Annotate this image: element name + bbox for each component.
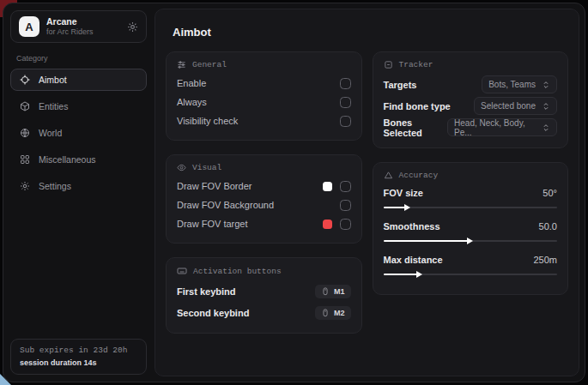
always-checkbox[interactable]: [340, 97, 351, 108]
setting-label: Bones Selected: [384, 117, 448, 138]
slider-fill: [384, 274, 421, 275]
unfold-icon: [542, 123, 550, 132]
mouse-icon: [321, 309, 330, 317]
globe-icon: [20, 128, 31, 138]
setting-label: Targets: [384, 80, 417, 90]
gear-icon: [20, 181, 31, 191]
setting-label: Draw FOV target: [177, 219, 248, 229]
left-column: General Enable Always Visibility check: [166, 51, 362, 347]
slider-thumb[interactable]: [404, 204, 410, 211]
max-distance-slider[interactable]: [384, 270, 558, 279]
setting-row-always: Always: [177, 93, 351, 111]
smoothness-group: Smoothness 50.0: [384, 218, 558, 245]
sub-expires-text: Sub expires in 23d 20h: [20, 346, 137, 355]
setting-label: Visibility check: [177, 116, 238, 126]
app-window: A Arcane for Arc Riders Category: [3, 3, 585, 382]
unfold-icon: [542, 102, 550, 111]
dropdown-value: Head, Neck, Body, Pe...: [454, 118, 536, 137]
setting-label: Max distance: [384, 255, 443, 265]
card-title: General: [192, 60, 227, 69]
setting-row-enable: Enable: [177, 74, 351, 93]
first-keybind-button[interactable]: M1: [315, 285, 351, 298]
setting-label: Enable: [177, 78, 206, 88]
sidebar-item-entities[interactable]: Entities: [10, 95, 147, 117]
smoothness-value: 50.0: [539, 221, 557, 232]
setting-label: Draw FOV Background: [177, 200, 274, 210]
fov-size-slider[interactable]: [384, 203, 558, 212]
mouse-icon: [321, 287, 330, 296]
card-title: Tracker: [399, 60, 433, 69]
slider-thumb[interactable]: [467, 238, 473, 244]
find-bone-type-dropdown[interactable]: Selected bone: [474, 97, 557, 115]
setting-label: Always: [177, 97, 207, 107]
card-title: Accuracy: [399, 171, 439, 180]
card-title: Visual: [192, 163, 221, 172]
settings-gear-icon[interactable]: [127, 21, 138, 33]
sidebar-item-world[interactable]: World: [10, 122, 147, 144]
brand-text: Arcane for Arc Riders: [46, 16, 94, 37]
setting-label: Find bone type: [384, 101, 451, 111]
triangle-icon: [384, 171, 393, 180]
dropdown-value: Bots, Teams: [488, 80, 536, 89]
accuracy-card: Accuracy FOV size 50°: [373, 162, 569, 295]
max-distance-value: 250m: [533, 255, 557, 265]
setting-row-fov-border: Draw FOV Border: [177, 177, 351, 196]
screen: A Arcane for Arc Riders Category: [0, 0, 588, 385]
slider-thumb[interactable]: [416, 271, 422, 278]
app-name: Arcane: [46, 16, 94, 27]
tracker-card: Tracker Targets Bots, Teams: [373, 51, 569, 148]
sidebar-item-label: Miscellaneous: [39, 154, 96, 165]
fov-size-value: 50°: [543, 188, 557, 198]
bones-selected-dropdown[interactable]: Head, Neck, Body, Pe...: [447, 118, 557, 136]
sidebar-item-label: World: [39, 128, 62, 138]
setting-row-bones-selected: Bones Selected Head, Neck, Body, Pe...: [384, 117, 558, 138]
fov-target-color-swatch[interactable]: [323, 220, 332, 229]
setting-label: Smoothness: [384, 221, 440, 232]
app-subtitle: for Arc Riders: [46, 27, 94, 37]
setting-row-second-keybind: Second keybind M2: [177, 302, 351, 323]
main-panel: Aimbot General: [155, 9, 579, 376]
subscription-info: Sub expires in 23d 20h session duration …: [10, 339, 147, 375]
slider-fill: [384, 240, 470, 242]
sidebar-item-aimbot[interactable]: Aimbot: [10, 69, 147, 91]
brand-card: A Arcane for Arc Riders: [10, 10, 147, 43]
keybind-value: M1: [334, 287, 345, 296]
app-logo: A: [19, 16, 39, 37]
sidebar-item-label: Entities: [39, 101, 68, 111]
setting-label: First keybind: [177, 286, 235, 297]
smoothness-slider[interactable]: [384, 237, 558, 245]
scan-frame-icon: [384, 60, 393, 69]
setting-label: Draw FOV Border: [177, 181, 252, 191]
visibility-check-checkbox[interactable]: [340, 116, 351, 127]
targets-dropdown[interactable]: Bots, Teams: [482, 75, 557, 93]
setting-row-visibility-check: Visibility check: [177, 111, 351, 130]
setting-row-targets: Targets Bots, Teams: [384, 74, 558, 95]
visual-card: Visual Draw FOV Border Draw FOV Backgrou…: [166, 154, 362, 244]
activation-buttons-card: Activation buttons First keybind M1: [166, 257, 362, 334]
dropdown-value: Selected bone: [481, 101, 536, 111]
sidebar-item-label: Settings: [39, 181, 71, 191]
setting-row-first-keybind: First keybind M1: [177, 280, 351, 302]
fov-target-checkbox[interactable]: [340, 219, 351, 230]
fov-border-color-swatch[interactable]: [323, 182, 332, 191]
setting-row-fov-target: Draw FOV target: [177, 214, 351, 233]
sidebar-item-label: Aimbot: [39, 75, 67, 85]
category-label: Category: [16, 54, 141, 63]
fov-background-checkbox[interactable]: [340, 200, 351, 211]
right-column: Tracker Targets Bots, Teams: [373, 51, 569, 347]
cube-icon: [20, 101, 31, 111]
sidebar-item-settings[interactable]: Settings: [10, 175, 147, 197]
slider-fill: [384, 207, 408, 208]
second-keybind-button[interactable]: M2: [315, 306, 351, 320]
crosshair-icon: [20, 75, 31, 85]
session-duration-text: session duration 14s: [20, 358, 137, 367]
fov-size-group: FOV size 50°: [384, 184, 558, 212]
sliders-icon: [177, 60, 186, 69]
fov-border-checkbox[interactable]: [340, 181, 351, 192]
setting-label: FOV size: [384, 188, 423, 198]
grid-icon: [20, 154, 31, 165]
card-title: Activation buttons: [193, 267, 282, 276]
setting-label: Second keybind: [177, 308, 249, 318]
enable-checkbox[interactable]: [340, 78, 351, 89]
sidebar-item-miscellaneous[interactable]: Miscellaneous: [10, 148, 147, 171]
